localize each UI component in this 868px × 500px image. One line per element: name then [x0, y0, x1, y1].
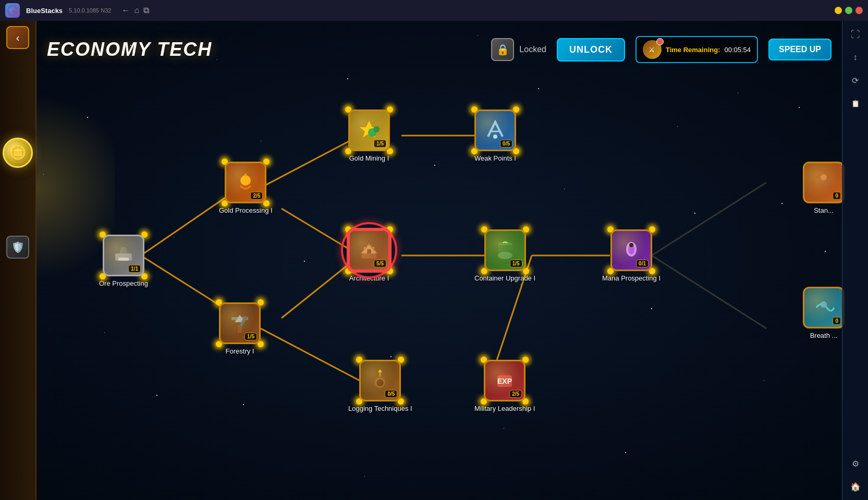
forestry-badge: 1/5	[244, 333, 257, 340]
svg-point-47	[821, 174, 827, 180]
stan-icon: 0	[803, 162, 845, 203]
right-sidebar: ⛶ ↕ ⟳ 📋 ⚙ 🏠	[842, 21, 868, 500]
architecture-badge: 5/5	[374, 260, 386, 267]
svg-point-24	[493, 135, 497, 139]
military-leadership-icon-wrapper: EXP 2/5	[484, 360, 525, 401]
nav-windows-btn[interactable]: ⧉	[143, 6, 149, 15]
node-stan-partial[interactable]: 0 Stan...	[803, 162, 845, 214]
app-name: BlueStacks	[26, 7, 63, 15]
game-area: ‹ 🪙 🛡️ ECONOMY TECH 🔒 Locked UNLOCK ⚔ Ti…	[0, 21, 868, 500]
svg-rect-36	[231, 317, 248, 320]
avatar-badge	[656, 38, 664, 45]
stan-badge: 0	[833, 192, 841, 200]
gold-processing-badge: 2/5	[250, 192, 263, 200]
left-sidebar: ‹ 🪙 🛡️	[0, 21, 36, 500]
military-leadership-icon: EXP 2/5	[484, 360, 525, 401]
speed-up-button[interactable]: SPEED UP	[768, 39, 832, 60]
mana-prospecting-icon-wrapper: 0/1	[610, 229, 652, 271]
breath-icon-wrapper: 0	[803, 287, 845, 328]
svg-line-13	[652, 182, 766, 255]
node-logging-techniques[interactable]: 0/5 Logging Techniques I	[348, 360, 412, 412]
svg-point-29	[498, 241, 512, 249]
mana-prospecting-label: Mana Prospecting I	[602, 274, 661, 282]
nav-back-btn[interactable]: ←	[121, 6, 130, 15]
node-ore-prospecting[interactable]: 1/1 Ore Prospecting	[99, 235, 148, 287]
lock-status: Locked	[519, 45, 546, 54]
shield-sidebar-icon[interactable]: 🛡️	[6, 236, 29, 259]
back-button[interactable]: ‹	[6, 26, 29, 49]
stan-label: Stan...	[814, 206, 834, 214]
svg-rect-28	[367, 249, 371, 253]
fullscreen-icon[interactable]: ⛶	[846, 25, 865, 44]
svg-rect-46	[815, 178, 832, 189]
ore-prospecting-label: Ore Prospecting	[99, 279, 148, 287]
node-container-upgrade[interactable]: 1/5 Container Upgrade I	[474, 229, 535, 282]
gold-coin-icon: 🪙	[3, 138, 33, 168]
avatar: ⚔	[643, 40, 662, 59]
node-forestry[interactable]: 1/5 Forestry I	[219, 302, 261, 355]
home-icon[interactable]: 🏠	[846, 477, 865, 496]
svg-point-40	[376, 379, 384, 387]
lock-icon: 🔒	[491, 38, 514, 61]
svg-marker-37	[235, 315, 245, 322]
ore-prospecting-icon-wrapper: 1/1	[103, 235, 144, 276]
refresh-icon[interactable]: ⟳	[846, 71, 865, 90]
gold-processing-icon-wrapper: 2/5	[225, 162, 266, 203]
svg-rect-30	[498, 245, 512, 255]
svg-rect-35	[238, 325, 242, 333]
mana-prospecting-icon: 0/1	[610, 229, 652, 271]
tech-lines	[36, 78, 842, 500]
gold-mining-badge: 1/5	[374, 140, 386, 148]
settings-icon[interactable]: ⚙	[846, 454, 865, 473]
svg-rect-25	[362, 253, 376, 259]
page-title: ECONOMY TECH	[47, 39, 212, 60]
maximize-btn[interactable]	[845, 7, 852, 14]
svg-rect-45	[499, 373, 510, 375]
time-value: 00:05:54	[724, 46, 751, 54]
app-logo	[5, 3, 20, 18]
container-upgrade-badge: 1/5	[510, 260, 522, 267]
svg-rect-43	[497, 375, 512, 387]
node-architecture[interactable]: 5/5 Architecture I	[348, 229, 390, 282]
svg-rect-27	[370, 247, 374, 253]
node-mana-prospecting[interactable]: 0/1 Mana Prospecting I	[602, 229, 661, 282]
gold-mining-icon: 1/5	[348, 109, 390, 151]
ore-prospecting-badge: 1/1	[128, 265, 141, 273]
close-btn[interactable]	[855, 7, 863, 14]
breath-label: Breath ...	[810, 332, 838, 339]
top-bar: ECONOMY TECH 🔒 Locked UNLOCK ⚔ Time Rema…	[36, 21, 842, 78]
node-military-leadership[interactable]: EXP 2/5 Military Leadership I	[474, 360, 535, 412]
svg-point-22	[368, 128, 376, 137]
ore-prospecting-icon: 1/1	[103, 235, 144, 276]
logging-techniques-badge: 0/5	[385, 390, 397, 398]
architecture-icon: 5/5	[348, 229, 390, 271]
expand-v-icon[interactable]: ↕	[846, 48, 865, 67]
svg-marker-20	[243, 173, 248, 176]
svg-line-14	[652, 255, 766, 328]
unlock-button[interactable]: UNLOCK	[557, 38, 625, 62]
minimize-btn[interactable]	[835, 7, 842, 14]
node-gold-mining[interactable]: 1/5 Gold Mining I	[348, 109, 390, 162]
svg-point-0	[8, 6, 17, 15]
copy-icon[interactable]: 📋	[846, 94, 865, 113]
node-gold-processing[interactable]: 2/5 Gold Processing I	[219, 162, 273, 214]
logging-techniques-icon: 0/5	[359, 360, 401, 401]
nav-controls[interactable]: ← ⌂ ⧉	[121, 6, 149, 15]
svg-rect-16	[115, 253, 132, 261]
stan-icon-wrapper: 0	[803, 162, 845, 203]
svg-line-6	[261, 136, 360, 188]
node-weak-points[interactable]: 0/5 Weak Points I	[474, 109, 516, 162]
gold-mining-label: Gold Mining I	[349, 154, 389, 162]
nav-home-btn[interactable]: ⌂	[134, 6, 139, 15]
window-controls	[835, 7, 863, 14]
titlebar: BlueStacks 5.10.0.1085 N32 ← ⌂ ⧉	[0, 0, 868, 21]
container-upgrade-icon-wrapper: 1/5	[484, 229, 526, 271]
time-label: Time Remaining:	[666, 46, 720, 54]
svg-point-39	[374, 376, 386, 389]
breath-badge: 0	[833, 317, 841, 325]
node-breath-partial[interactable]: 0 Breath ...	[803, 287, 845, 339]
mana-prospecting-badge: 0/1	[636, 260, 649, 267]
svg-point-48	[821, 301, 827, 308]
gold-processing-icon: 2/5	[225, 162, 266, 203]
lock-section: 🔒 Locked	[491, 38, 546, 61]
